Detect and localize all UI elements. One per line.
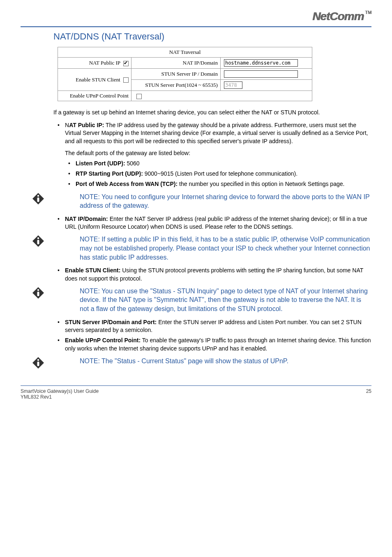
bullet-nat-ip-domain: NAT IP/Domain: Enter the NAT Server IP a…	[65, 215, 371, 231]
note-2: NOTE: If setting a public IP in this fie…	[32, 235, 371, 262]
alert-icon	[32, 357, 44, 369]
bullet-web-port: Port of Web Access from WAN (TCP): the n…	[76, 180, 371, 188]
bullet-listen-port: Listen Port (UDP): 5060	[76, 160, 371, 167]
table-title: NAT Traversal	[58, 47, 312, 58]
note-4: NOTE: The "Status - Current Status" page…	[32, 357, 371, 369]
svg-point-1	[37, 195, 39, 196]
bullet-nat-public-ip: NAT Public IP: The IP address used by th…	[65, 121, 371, 145]
svg-point-10	[37, 359, 39, 361]
nat-ip-domain-label: NAT IP/Domain	[131, 58, 220, 69]
note-3-text: NOTE: You can use the "Status - STUN Inq…	[80, 287, 371, 313]
svg-rect-5	[37, 240, 39, 244]
bullet-enable-upnp: Enable UPnP Control Point: To enable the…	[65, 337, 371, 353]
nat-public-ip-checkbox[interactable]	[123, 61, 129, 66]
stun-server-port-input[interactable]	[224, 81, 242, 89]
note-2-text: NOTE: If setting a public IP in this fie…	[80, 235, 371, 262]
stun-server-port-cell	[220, 80, 312, 91]
enable-upnp-checkbox[interactable]	[136, 94, 142, 99]
svg-rect-8	[37, 292, 39, 296]
header-divider	[21, 26, 371, 27]
bullet-stun-server: STUN Server IP/Domain and Port: Enter th…	[65, 318, 371, 334]
svg-rect-11	[37, 362, 39, 366]
nat-traversal-table: NAT Traversal NAT Public IP NAT IP/Domai…	[58, 47, 312, 101]
page-footer: SmartVoice Gateway(s) User Guide YML832 …	[21, 385, 371, 400]
intro-text: If a gateway is set up behind an Interne…	[53, 109, 371, 116]
nat-ip-domain-input[interactable]	[224, 59, 298, 67]
svg-point-4	[37, 237, 39, 239]
brand-logo: NetCommTM	[312, 10, 371, 23]
page-number: 25	[366, 388, 371, 400]
bullet-rtp-port: RTP Starting Port (UDP): 9000~9015 (List…	[76, 170, 371, 178]
nat-public-ip-label: NAT Public IP	[89, 60, 120, 66]
footer-guide-name: SmartVoice Gateway(s) User Guide	[21, 388, 99, 394]
brand-name: NetComm	[312, 10, 364, 23]
enable-stun-checkbox[interactable]	[123, 77, 129, 83]
enable-stun-label: Enable STUN Client	[76, 77, 120, 83]
note-1: NOTE: You need to configure your Interne…	[32, 193, 371, 210]
default-ports-intro: The default ports of the gateway are lis…	[65, 149, 371, 157]
svg-point-7	[37, 289, 39, 291]
bullet-enable-stun: Enable STUN Client: Using the STUN proto…	[65, 267, 371, 283]
stun-server-ip-label: STUN Server IP / Domain	[131, 69, 220, 80]
svg-rect-2	[37, 197, 39, 202]
trademark: TM	[365, 10, 371, 15]
note-3: NOTE: You can use the "Status - STUN Inq…	[32, 287, 371, 313]
enable-upnp-label: Enable UPnP Control Point	[70, 93, 129, 99]
footer-rev: YML832 Rev1	[21, 394, 99, 400]
nat-public-ip-row: NAT Public IP	[58, 58, 131, 69]
alert-icon	[32, 235, 44, 247]
note-1-text: NOTE: You need to configure your Interne…	[80, 193, 371, 210]
stun-server-port-label: STUN Server Port(1024 ~ 65535)	[131, 80, 220, 91]
nat-ip-domain-cell	[220, 58, 312, 69]
enable-upnp-cell: Enable UPnP Control Point	[58, 91, 131, 101]
stun-server-ip-cell	[220, 69, 312, 80]
alert-icon	[32, 287, 44, 299]
page-title: NAT/DDNS (NAT Traversal)	[53, 31, 371, 42]
enable-stun-row: Enable STUN Client	[58, 69, 131, 91]
stun-server-ip-input[interactable]	[224, 70, 298, 78]
alert-icon	[32, 193, 44, 205]
note-4-text: NOTE: The "Status - Current Status" page…	[80, 357, 371, 366]
enable-upnp-checkbox-cell	[131, 91, 312, 101]
